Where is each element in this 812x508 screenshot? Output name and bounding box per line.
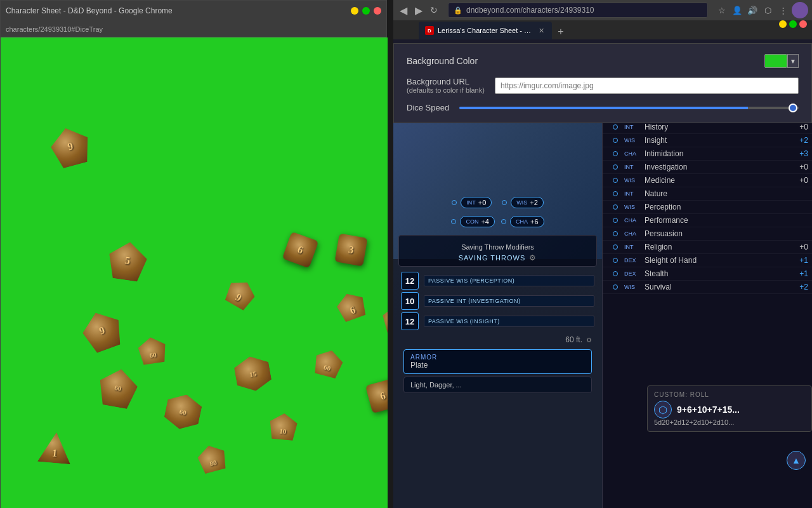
skill-bonus-7: +3 (783, 149, 808, 158)
custom-roll-title: CUSTOM: ROLL (654, 391, 805, 398)
wis-mod-group: WIS +2 (502, 197, 544, 208)
skill-attr-12: CHA (624, 217, 645, 224)
die-12[interactable]: 1 (37, 431, 73, 464)
skill-dot-15 (606, 258, 624, 263)
skill-row-12[interactable]: CHAPerformance (603, 214, 812, 227)
int-mod-pill[interactable]: INT +0 (461, 197, 492, 208)
con-mod-pill[interactable]: CON +4 (460, 216, 495, 227)
skill-row-17[interactable]: WISSurvival+2 (603, 281, 812, 294)
skill-row-10[interactable]: INTNature (603, 187, 812, 201)
armor-type: Plate (410, 361, 585, 370)
skill-name-15: Sleight of Hand (645, 256, 783, 265)
speaker-icon[interactable]: 🔊 (746, 4, 759, 17)
back-btn[interactable]: ◀ (397, 4, 410, 17)
die-14[interactable]: 60 (96, 366, 140, 410)
skill-row-8[interactable]: INTInvestigation+0 (603, 161, 812, 174)
right-maximize-btn[interactable] (789, 20, 797, 28)
die-16[interactable]: 60 (162, 391, 204, 432)
saving-throws-gear[interactable]: ⚙ (529, 253, 537, 262)
extensions-icon[interactable]: ⬡ (761, 4, 774, 17)
skill-name-11: Perception (645, 203, 783, 211)
die-4[interactable]: 6 (332, 288, 374, 332)
skill-name-17: Survival (645, 283, 783, 291)
die-13[interactable]: 9 (78, 307, 127, 356)
skill-row-14[interactable]: INTReligion+0 (603, 241, 812, 254)
skill-row-15[interactable]: DEXSleight of Hand+1 (603, 254, 812, 267)
skill-row-13[interactable]: CHAPersuasion (603, 227, 812, 241)
profile-icon[interactable] (792, 2, 808, 18)
skill-attr-9: WIS (624, 177, 645, 184)
passive-scores-section: 12 PASSIVE WIS (PERCEPTION) 10 PASSIVE I… (398, 272, 597, 330)
forward-btn[interactable]: ▶ (412, 4, 425, 17)
saving-throws-title: SAVING THROWS ⚙ (404, 253, 591, 262)
skill-dot-12 (606, 218, 624, 223)
wis-mod-pill[interactable]: WIS +2 (511, 197, 544, 208)
skill-bonus-17: +2 (783, 283, 808, 291)
skill-name-16: Stealth (645, 269, 783, 278)
dice-speed-slider[interactable] (459, 107, 799, 109)
stats-area: STRENGTH +3 16 INT +0 (393, 81, 602, 401)
active-tab[interactable]: D Lerissa's Character Sheet - D... ✕ (419, 22, 552, 39)
skill-bonus-5: +0 (783, 123, 808, 131)
tab-close-btn[interactable]: ✕ (537, 26, 546, 35)
skill-dot-8 (606, 164, 624, 170)
die-7[interactable]: 60 (380, 304, 388, 342)
maximize-btn[interactable] (362, 7, 370, 15)
right-close-btn[interactable] (799, 20, 807, 28)
minimize-btn[interactable] (351, 7, 358, 15)
bg-color-title: Background Color (407, 56, 478, 66)
die-0[interactable]: 9 (47, 123, 93, 170)
con-dot (451, 219, 456, 224)
armor-title: ARMOR (410, 354, 585, 361)
reload-btn[interactable]: ↻ (428, 4, 440, 17)
die-15[interactable]: 60 (134, 335, 171, 374)
color-swatch-container[interactable]: ▼ (764, 54, 799, 68)
die-11[interactable]: 6 (365, 378, 388, 413)
custom-roll-popup[interactable]: CUSTOM: ROLL ⬡ 9+6+10+7+15... 5d20+2d12+… (647, 385, 812, 432)
skill-attr-15: DEX (624, 257, 645, 264)
right-titlebar: ◀ ▶ ↻ 🔒 dndbeyond.com/characters/2493931… (393, 0, 812, 20)
skill-row-7[interactable]: CHAIntimidation+3 (603, 147, 812, 161)
die-6[interactable]: 60 (308, 346, 348, 388)
die-5[interactable]: 10 (266, 412, 301, 450)
bg-url-row: Background URL (defaults to color if bla… (407, 77, 799, 94)
skill-dot-7 (606, 151, 624, 156)
account-icon[interactable]: 👤 (731, 4, 743, 17)
skill-row-16[interactable]: DEXStealth+1 (603, 267, 812, 281)
passive-label-1: PASSIVE INT (INVESTIGATION) (424, 295, 594, 307)
die-20[interactable]: 5 (106, 239, 149, 283)
skill-row-9[interactable]: WISMedicine+0 (603, 174, 812, 187)
speed-gear-icon[interactable]: ⚙ (586, 337, 592, 344)
cha-mod-pill[interactable]: CHA +6 (510, 216, 544, 227)
skill-attr-10: INT (624, 190, 645, 197)
address-box[interactable]: 🔒 dndbeyond.com/characters/24939310 (448, 3, 708, 18)
die-18[interactable]: 6 (282, 232, 319, 269)
settings-icon[interactable]: ⋮ (776, 4, 789, 17)
int-dot (452, 200, 457, 205)
die-3[interactable]: 9 (216, 274, 261, 321)
skill-bonus-15: +1 (783, 256, 808, 265)
scroll-up-arrow[interactable]: ▲ (787, 451, 806, 470)
die-10[interactable]: 3 (334, 233, 367, 266)
bookmark-icon[interactable]: ☆ (716, 4, 728, 17)
skill-bonus-6: +2 (783, 136, 808, 145)
color-swatch[interactable] (764, 54, 787, 68)
skill-row-6[interactable]: WISInsight+2 (603, 134, 812, 147)
skill-attr-16: DEX (624, 271, 645, 277)
skill-row-11[interactable]: WISPerception (603, 201, 812, 214)
die-17[interactable]: 80 (193, 441, 233, 483)
con-cha-row: CON +4 CHA +6 (398, 213, 597, 230)
right-minimize-btn[interactable] (779, 20, 787, 28)
close-btn[interactable] (374, 7, 381, 15)
die-2[interactable]: 15 (233, 354, 273, 394)
passive-row-2: 12 PASSIVE WIS (INSIGHT) (398, 312, 597, 330)
speed-row: 60 ft. ⚙ (398, 333, 597, 347)
skill-bonus-16: +1 (783, 269, 808, 278)
passive-score-0: 12 (401, 272, 419, 290)
new-tab-btn[interactable]: + (553, 24, 568, 39)
bg-color-row: Background Color ▼ (407, 54, 799, 68)
weapons-text: Light, Dagger, ... (410, 381, 462, 389)
skill-attr-6: WIS (624, 137, 645, 144)
color-dropdown-arrow[interactable]: ▼ (787, 54, 799, 68)
bg-url-input[interactable] (495, 77, 799, 94)
